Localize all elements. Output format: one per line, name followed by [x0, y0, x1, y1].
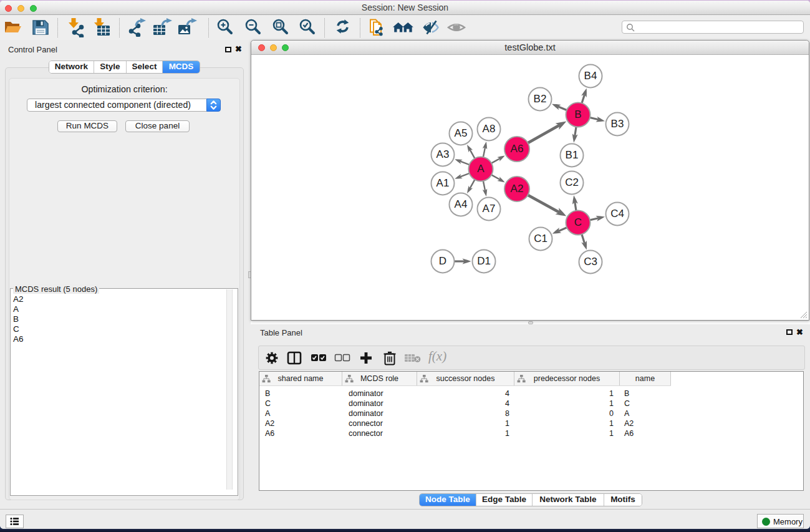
svg-text:C2: C2: [565, 177, 579, 188]
svg-text:A: A: [477, 163, 485, 175]
svg-text:B4: B4: [584, 70, 597, 82]
svg-text:C1: C1: [534, 233, 547, 244]
svg-text:A3: A3: [436, 148, 450, 160]
svg-text:A2: A2: [511, 183, 524, 195]
svg-text:A1: A1: [436, 177, 450, 189]
svg-text:C3: C3: [584, 256, 597, 268]
svg-text:D1: D1: [477, 255, 491, 267]
svg-text:A7: A7: [483, 203, 496, 215]
svg-text:C: C: [574, 216, 582, 228]
svg-text:A4: A4: [455, 198, 468, 210]
svg-text:B2: B2: [534, 93, 547, 105]
svg-text:B1: B1: [566, 149, 579, 161]
svg-text:A8: A8: [483, 123, 496, 135]
svg-text:B: B: [574, 109, 581, 120]
svg-text:D: D: [439, 255, 446, 267]
svg-text:B3: B3: [611, 118, 624, 130]
svg-text:A5: A5: [455, 127, 468, 139]
svg-text:A6: A6: [511, 143, 524, 155]
svg-text:C4: C4: [610, 208, 624, 220]
